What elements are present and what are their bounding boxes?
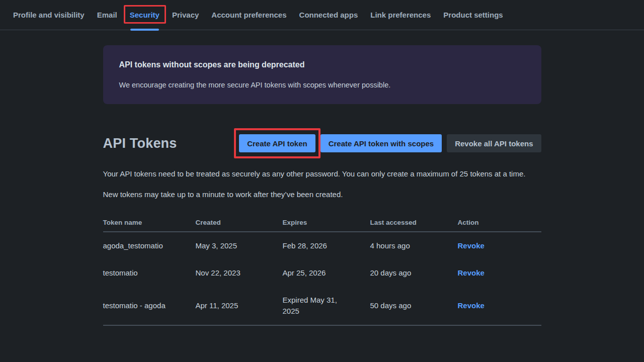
banner-body: We encourage creating the more secure AP… — [119, 80, 525, 90]
tab-security[interactable]: Security — [130, 0, 159, 30]
create-api-token-button[interactable]: Create API token — [239, 134, 315, 152]
table-row: testomatio Nov 22, 2023 Apr 25, 2026 20 … — [103, 259, 541, 287]
expires-cell: Apr 25, 2026 — [283, 259, 370, 287]
tab-privacy[interactable]: Privacy — [172, 0, 199, 30]
created-cell: Nov 22, 2023 — [196, 259, 283, 287]
tab-label: Connected apps — [299, 11, 358, 19]
action-cell: Revoke — [458, 259, 541, 287]
col-header-token-name: Token name — [103, 219, 196, 232]
tab-product-settings[interactable]: Product settings — [443, 0, 503, 30]
last-accessed-cell: 50 days ago — [370, 287, 458, 325]
tab-profile-and-visibility[interactable]: Profile and visibility — [13, 0, 85, 30]
page-title: API Tokens — [103, 134, 177, 152]
table-row: testomatio - agoda Apr 11, 2025 Expired … — [103, 287, 541, 325]
last-accessed-cell: 20 days ago — [370, 259, 458, 287]
tab-label: Security — [130, 11, 159, 19]
tab-label: Email — [97, 11, 117, 19]
table-row: agoda_testomatio May 3, 2025 Feb 28, 202… — [103, 232, 541, 259]
expires-cell: Feb 28, 2026 — [283, 232, 370, 259]
tokens-delay-note: New tokens may take up to a minute to wo… — [103, 189, 541, 200]
deprecation-banner: API tokens without scopes are being depr… — [103, 45, 541, 104]
created-cell: Apr 11, 2025 — [196, 287, 283, 325]
expires-cell: Expired May 31, 2025 — [283, 287, 370, 325]
tab-label: Privacy — [172, 11, 199, 19]
token-name-cell: agoda_testomatio — [103, 232, 196, 259]
tab-email[interactable]: Email — [97, 0, 117, 30]
col-header-action: Action — [458, 219, 541, 232]
revoke-link[interactable]: Revoke — [458, 301, 485, 310]
revoke-link[interactable]: Revoke — [458, 241, 485, 250]
col-header-created: Created — [196, 219, 283, 232]
api-tokens-table: Token name Created Expires Last accessed… — [103, 219, 541, 326]
banner-title: API tokens without scopes are being depr… — [119, 59, 525, 70]
revoke-all-api-tokens-button[interactable]: Revoke all API tokens — [447, 134, 541, 152]
active-tab-underline — [130, 29, 159, 31]
tab-connected-apps[interactable]: Connected apps — [299, 0, 358, 30]
tab-link-preferences[interactable]: Link preferences — [370, 0, 431, 30]
tab-label: Account preferences — [211, 11, 286, 19]
tab-label: Profile and visibility — [13, 11, 85, 19]
last-accessed-cell: 4 hours ago — [370, 232, 458, 259]
security-settings-content: API tokens without scopes are being depr… — [103, 30, 541, 326]
token-name-cell: testomatio — [103, 259, 196, 287]
create-api-token-with-scopes-button[interactable]: Create API token with scopes — [320, 134, 442, 152]
token-name-cell: testomatio - agoda — [103, 287, 196, 325]
tab-account-preferences[interactable]: Account preferences — [211, 0, 286, 30]
action-cell: Revoke — [458, 232, 541, 259]
created-cell: May 3, 2025 — [196, 232, 283, 259]
action-cell: Revoke — [458, 287, 541, 325]
revoke-link[interactable]: Revoke — [458, 268, 485, 277]
api-token-actions: Create API token Create API token with s… — [239, 134, 541, 152]
create-api-token-annotated-wrap: Create API token — [239, 134, 315, 152]
tokens-security-note: Your API tokens need to be treated as se… — [103, 168, 528, 179]
col-header-expires: Expires — [283, 219, 370, 232]
tab-label: Link preferences — [370, 11, 431, 19]
tab-label: Product settings — [443, 11, 503, 19]
table-header-row: Token name Created Expires Last accessed… — [103, 219, 541, 232]
api-tokens-header-row: API Tokens Create API token Create API t… — [103, 134, 541, 152]
col-header-last-accessed: Last accessed — [370, 219, 458, 232]
settings-tabs-nav: Profile and visibility Email Security Pr… — [0, 0, 644, 30]
